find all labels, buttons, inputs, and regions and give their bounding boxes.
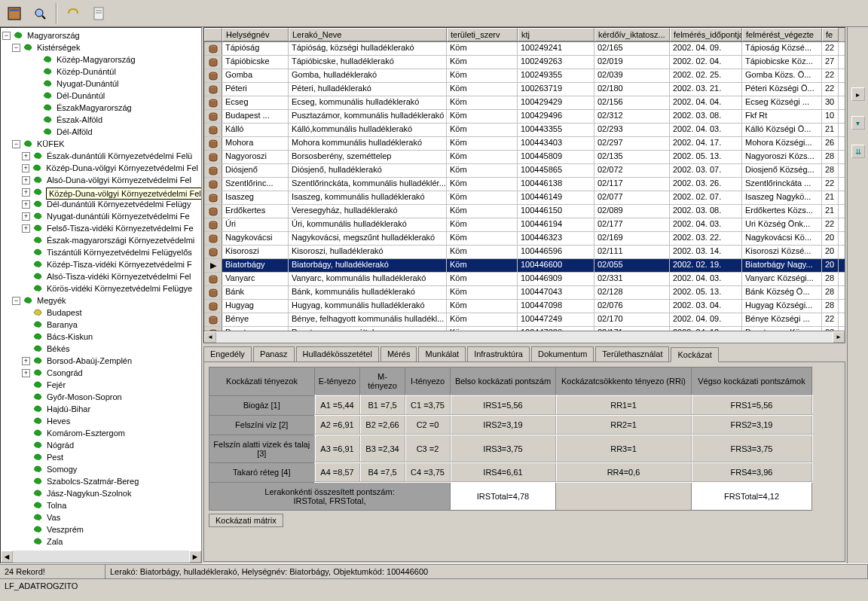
risk-rr[interactable]: RR4=0,6 <box>556 462 692 482</box>
grid-hscroll[interactable]: ◄► <box>204 331 845 343</box>
side-icon-2[interactable]: ▾ <box>851 116 865 130</box>
tab-panasz[interactable]: Panasz <box>253 346 295 362</box>
tree-expander[interactable]: + <box>22 176 30 185</box>
row-header[interactable] <box>204 96 222 109</box>
tab-dokumentum[interactable]: Dokumentum <box>531 346 594 362</box>
toolbar-btn-1[interactable] <box>3 2 26 25</box>
grid-row[interactable]: TápióságTápióság, községi hulladéklerakó… <box>204 42 845 56</box>
risk-irs[interactable]: IRS3=3,75 <box>451 435 556 462</box>
tree-megye-1[interactable]: Baranya <box>2 319 200 331</box>
risk-frs[interactable]: FRS4=3,96 <box>692 462 812 482</box>
row-header[interactable] <box>204 191 222 204</box>
tab-engedély[interactable]: Engedély <box>203 346 252 362</box>
risk-m[interactable]: B3 =2,34 <box>360 435 405 462</box>
side-icon-1[interactable]: ▸ <box>851 87 865 101</box>
tree-megye-0[interactable]: Budapest <box>2 307 200 319</box>
tree-kufek-item-7[interactable]: Észak-magyarországi Környezetvédelmi <box>2 234 200 246</box>
tree-megye-19[interactable]: Zala <box>2 535 200 548</box>
grid-row[interactable]: PéteriPéteri, hulladéklerakóKöm100263719… <box>204 83 845 96</box>
risk-i[interactable]: C1 =3,75 <box>405 395 451 415</box>
grid-row[interactable]: DiósjenőDiósjenő, hulladéklerakóKöm10044… <box>204 164 845 178</box>
tree-megye-16[interactable]: Tolna <box>2 499 200 511</box>
row-header[interactable] <box>204 69 222 82</box>
tree-expander[interactable]: + <box>22 369 30 377</box>
tree-expander[interactable]: − <box>2 32 11 40</box>
tree-megye-9[interactable]: Heves <box>2 415 200 427</box>
tree-expander[interactable]: + <box>22 212 30 221</box>
tree-root[interactable]: −Magyarország <box>2 29 200 41</box>
grid-row[interactable]: TápióbicskeTápióbicske, hulladéklerakóKö… <box>204 56 845 69</box>
risk-e[interactable]: A3 =6,91 <box>315 435 360 462</box>
risk-frs[interactable]: FRS2=3,19 <box>692 415 812 435</box>
side-icon-3[interactable]: ⇊ <box>851 145 865 158</box>
tree-megye-11[interactable]: Nógrád <box>2 439 200 451</box>
row-header[interactable] <box>204 124 222 136</box>
tab-infrastruktúra[interactable]: Infrastruktúra <box>467 346 530 362</box>
row-header[interactable] <box>204 178 222 191</box>
tree-region-0[interactable]: Közép-Magyarország <box>2 53 200 66</box>
tree-kufek-item-4[interactable]: +Dél-dunántúli Környezetvédelmi Felügy <box>2 198 200 210</box>
grid-row[interactable]: ÚriÚri, kommunális hulladéklerakóKöm1004… <box>204 218 845 232</box>
grid-row[interactable]: KisorosziKisoroszi, hulladéklerakóKöm100… <box>204 246 845 259</box>
row-header[interactable] <box>204 110 222 123</box>
col-header-4[interactable]: kérdőív_iktatosz... <box>594 28 670 41</box>
tree-megye-17[interactable]: Vas <box>2 511 200 523</box>
risk-e[interactable]: A4 =8,57 <box>315 462 360 482</box>
grid-row[interactable]: NagyorosziBorsosberény, szeméttelepKöm10… <box>204 151 845 164</box>
tree-kufek-item-0[interactable]: +Észak-dunántúli Környezetvédelmi Felü <box>2 150 200 162</box>
row-header[interactable] <box>204 218 222 231</box>
risk-i[interactable]: C3 =2 <box>405 435 451 462</box>
tree-kufek-item-1[interactable]: +Közép-Duna-völgyi Környezetvédelmi Fel <box>2 162 200 174</box>
tab-hulladékösszetétel[interactable]: Hulladékösszetétel <box>296 346 379 362</box>
row-header[interactable] <box>204 232 222 245</box>
risk-m[interactable]: B4 =7,5 <box>360 462 405 482</box>
tree-megye-6[interactable]: Fejér <box>2 379 200 391</box>
tab-mérés[interactable]: Mérés <box>381 346 417 362</box>
risk-e[interactable]: A1 =5,44 <box>315 395 360 415</box>
tree-megye-8[interactable]: Hajdú-Bihar <box>2 403 200 415</box>
tree-expander[interactable]: + <box>22 188 30 197</box>
row-header[interactable] <box>204 83 222 96</box>
tree-kufek-item-10[interactable]: Alsó-Tisza-vidéki Környezetvédelmi Fel <box>2 270 200 282</box>
grid-row[interactable]: KállóKálló,kommunális hulladéklerakóKöm1… <box>204 124 845 137</box>
tree-expander[interactable]: − <box>12 297 20 305</box>
risk-frs[interactable]: FRS1=5,56 <box>692 395 812 415</box>
tree-expander[interactable]: + <box>22 224 30 233</box>
row-header[interactable] <box>204 313 222 326</box>
row-header[interactable] <box>204 151 222 163</box>
tree-kistersegek[interactable]: −Kistérségek <box>2 41 200 53</box>
tree-kufek-item-11[interactable]: Körös-vidéki Környezetvédelmi Felügye <box>2 282 200 294</box>
risk-irs[interactable]: IRS2=3,19 <box>451 415 556 435</box>
col-header-7[interactable]: fe <box>822 28 839 41</box>
toolbar-btn-4[interactable] <box>87 2 110 25</box>
tree-panel[interactable]: −Magyarország−KistérségekKözép-Magyarors… <box>0 27 202 563</box>
tree-megye-14[interactable]: Szabolcs-Szatmár-Bereg <box>2 475 200 487</box>
tree-megyek[interactable]: −Megyék <box>2 294 200 307</box>
grid-row[interactable]: MohoraMohora kommunális hulladéklerakóKö… <box>204 137 845 151</box>
risk-irs[interactable]: IRS4=6,61 <box>451 462 556 482</box>
risk-e[interactable]: A2 =6,91 <box>315 415 360 435</box>
tree-region-4[interactable]: ÉszakMagyarország <box>2 102 200 114</box>
row-header[interactable] <box>204 273 222 285</box>
risk-i[interactable]: C4 =3,75 <box>405 462 451 482</box>
row-header[interactable] <box>204 164 222 177</box>
risk-irs[interactable]: IRS1=5,56 <box>451 395 556 415</box>
row-header[interactable] <box>204 42 222 55</box>
grid-row[interactable]: HugyagHugyag, kommunális hulladéklerakóK… <box>204 300 845 313</box>
col-header-1[interactable]: Lerakó_Neve <box>289 28 447 41</box>
row-header[interactable] <box>204 246 222 258</box>
tree-megye-10[interactable]: Komárom-Esztergom <box>2 427 200 439</box>
grid-row[interactable]: ▶BiatorbágyBiatorbágy, hulladéklerakóKöm… <box>204 259 845 273</box>
col-header-3[interactable]: ktj <box>518 28 594 41</box>
col-header-2[interactable]: területi_szerv <box>447 28 518 41</box>
tree-expander[interactable]: + <box>22 152 30 160</box>
grid-row[interactable]: Szentlőrinc...Szentlőrinckáta, kommunáli… <box>204 178 845 191</box>
tab-kockázat[interactable]: Kockázat <box>671 347 718 362</box>
tree-megye-18[interactable]: Veszprém <box>2 523 200 535</box>
tab-kockazati-matrix[interactable]: Kockázati mátrix <box>209 514 283 527</box>
data-grid[interactable]: HelységnévLerakó_Neveterületi_szervktjké… <box>203 27 845 343</box>
risk-rr[interactable]: RR1=1 <box>556 395 692 415</box>
toolbar-btn-2[interactable] <box>29 2 51 25</box>
toolbar-btn-3[interactable] <box>62 2 84 25</box>
row-header[interactable] <box>204 137 222 150</box>
